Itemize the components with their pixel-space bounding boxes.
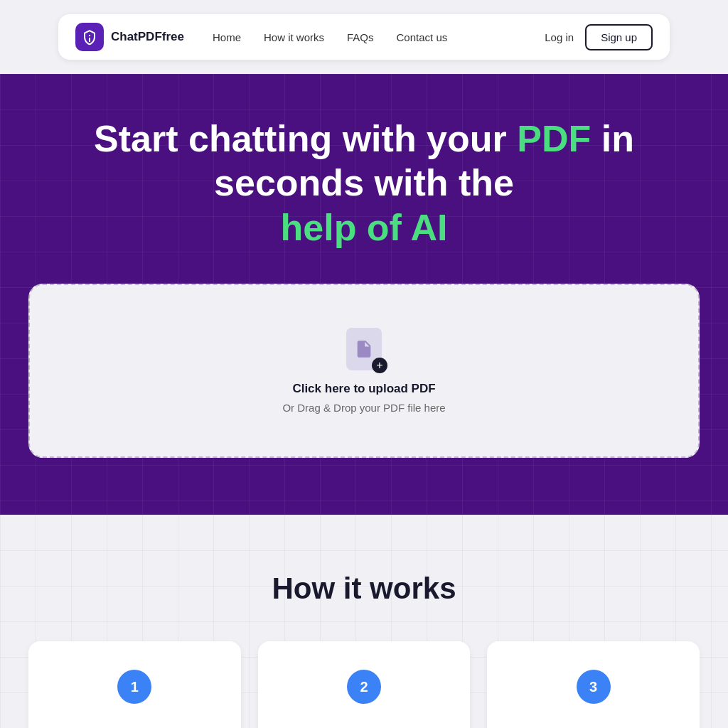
logo-icon (75, 23, 104, 51)
signup-button[interactable]: Sign up (585, 24, 653, 50)
step-card-3: 3 (487, 641, 700, 728)
logo-svg (81, 28, 98, 46)
hero-title-part1: Start chatting with your (94, 118, 507, 159)
step-number-2: 2 (347, 670, 381, 704)
nav-actions: Log in Sign up (545, 24, 653, 50)
nav-link-contact[interactable]: Contact us (397, 31, 448, 43)
hero-accent-pdf: PDF (517, 118, 591, 159)
navbar: ChatPDFfree Home How it works FAQs Conta… (58, 14, 670, 60)
hero-accent-ai: help of AI (281, 207, 448, 248)
nav-link-home[interactable]: Home (213, 31, 241, 43)
hero-title: Start chatting with your PDF in seconds … (28, 117, 700, 250)
hero-section: Start chatting with your PDF in seconds … (0, 74, 728, 515)
nav-links: Home How it works FAQs Contact us (213, 31, 545, 43)
nav-link-how-it-works[interactable]: How it works (264, 31, 324, 43)
step-card-1: 1 (28, 641, 241, 728)
pdf-svg (354, 339, 374, 359)
step-number-1: 1 (117, 670, 151, 704)
cards-row: 1 2 3 (28, 641, 700, 728)
how-title: How it works (28, 572, 700, 606)
login-button[interactable]: Log in (545, 31, 574, 43)
step-card-2: 2 (258, 641, 471, 728)
upload-icon-wrap: + (346, 328, 382, 370)
nav-link-faqs[interactable]: FAQs (347, 31, 374, 43)
nav-logo: ChatPDFfree (75, 23, 184, 51)
upload-sub-label: Or Drag & Drop your PDF file here (58, 402, 670, 414)
nav-wrapper: ChatPDFfree Home How it works FAQs Conta… (0, 0, 728, 74)
upload-area[interactable]: + Click here to upload PDF Or Drag & Dro… (28, 284, 700, 458)
how-section: How it works 1 2 3 (0, 515, 728, 728)
step-number-3: 3 (577, 670, 611, 704)
upload-main-label: Click here to upload PDF (58, 382, 670, 396)
brand-name: ChatPDFfree (111, 30, 184, 44)
plus-badge: + (372, 358, 387, 373)
